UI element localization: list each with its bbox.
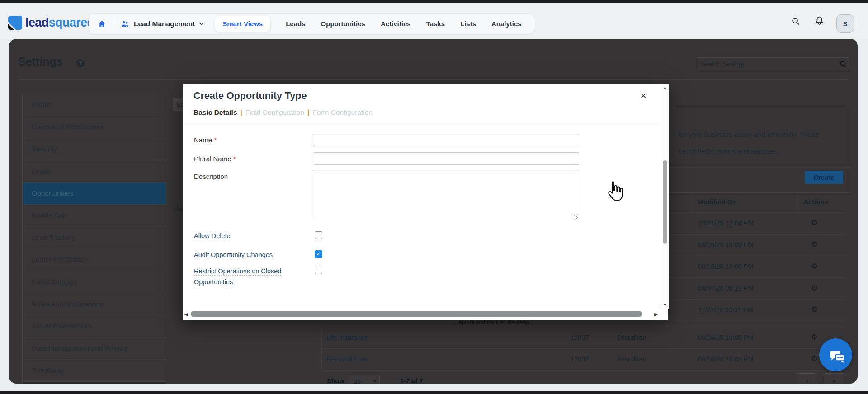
tab-form-configuration[interactable]: Form Configuration (312, 108, 373, 116)
checkbox-restrict-operations-on-closed-opportunities[interactable] (315, 267, 322, 274)
pagination-range: 1-7 of 7 (400, 377, 423, 384)
close-icon[interactable]: ✕ (640, 91, 646, 101)
checkbox-row-audit-opportunity-changes: Audit Opportunity Changes✓ (194, 249, 393, 260)
chat-widget-button[interactable] (819, 338, 852, 371)
home-button[interactable] (97, 19, 107, 28)
leadsquared-logo-text: leadsquared (25, 16, 94, 30)
logo-fold-black (8, 24, 14, 30)
gear-icon[interactable]: ⚙ (811, 218, 818, 228)
workspace-label: Lead Management (134, 20, 195, 28)
column-header-modified-on: Modified On (698, 198, 737, 206)
page-size-select[interactable]: 25 ▾ (349, 375, 380, 384)
chevron-down-icon (199, 22, 204, 26)
nav-item-lists[interactable]: Lists (460, 20, 476, 28)
sidebar-item-data-management-and-privacy[interactable]: Data Management and Privacy (23, 338, 166, 360)
scroll-left-icon[interactable]: ◀ (184, 312, 188, 317)
type-id: 12007 (571, 334, 589, 341)
nav-item-smart-views[interactable]: Smart Views (215, 16, 270, 32)
gear-icon[interactable]: ⚙ (811, 283, 818, 293)
scroll-down-icon[interactable]: ▼ (663, 303, 667, 307)
nav-item-analytics[interactable]: Analytics (491, 20, 522, 28)
sidebar-item-mobile-app[interactable]: Mobile App (23, 205, 166, 227)
modified-on-value: 09/16/25 10:05 PM (698, 241, 754, 249)
scroll-up-icon[interactable]: ▲ (663, 85, 667, 90)
help-icon[interactable]: ? (76, 59, 85, 67)
page: leadsquared Lead Management Smart ViewsL… (0, 0, 868, 394)
user-avatar[interactable]: S (836, 14, 854, 33)
modal-vertical-scrollbar[interactable]: ▲ ▼ (661, 84, 669, 309)
modified-on-value: 04/07/26 06:19 PM (698, 285, 754, 292)
table-row-life-insurance: Life Insurance12007Srisudhan09/16/25 10:… (322, 327, 845, 349)
opportunity-type-link[interactable]: Personal Loan (326, 356, 369, 363)
opportunity-type-link[interactable]: Life Insurance (326, 334, 368, 341)
create-opportunity-type-modal: Create Opportunity Type ✕ Basic Details|… (183, 84, 668, 320)
sidebar-item-partial (23, 382, 166, 384)
pagination-prev-button[interactable]: ◄ (796, 373, 817, 384)
home-icon (97, 19, 107, 28)
sidebar-item-profile[interactable]: Profile (23, 94, 166, 116)
sidebar-item-security[interactable]: Security (23, 138, 166, 160)
type-id: 12002 (571, 356, 589, 363)
modified-on-value: 09/16/25 10:05 PM (698, 334, 754, 341)
window-bottom-strip (0, 391, 868, 394)
sidebar-item-lead-tracking[interactable]: Lead Tracking (23, 227, 166, 249)
horizontal-scroll-thumb[interactable] (191, 311, 642, 317)
sidebar-item-opportunities[interactable]: Opportunities (23, 183, 166, 205)
sidebar-item-telephony[interactable]: Telephony (23, 360, 166, 382)
gear-icon[interactable]: ⚙ (811, 240, 818, 249)
name-label: Name * (194, 136, 217, 144)
plural-name-input[interactable] (313, 152, 579, 165)
create-button[interactable]: Create (805, 171, 843, 184)
tab-separator: | (237, 108, 245, 116)
nav-item-activities[interactable]: Activities (381, 20, 411, 28)
name-input[interactable] (313, 134, 579, 146)
vertical-scroll-thumb[interactable] (663, 160, 667, 244)
tab-field-configuration[interactable]: Field Configuration (245, 108, 304, 116)
gear-icon[interactable]: ⚙ (811, 333, 818, 342)
column-divider (692, 192, 692, 212)
tab-basic-details[interactable]: Basic Details (193, 108, 237, 116)
settings-search-icon[interactable] (840, 61, 846, 67)
global-search-button[interactable] (791, 17, 800, 28)
sidebar-item-leads[interactable]: Leads (23, 160, 166, 183)
checkbox-label[interactable]: Allow Delete (194, 230, 231, 241)
sidebar-item-api-and-webhooks[interactable]: API and Webhooks (23, 315, 166, 338)
occluded-row-text: ...apture and track all the sales... (395, 319, 594, 325)
occluded-view-fragment: Vie (173, 205, 183, 213)
sidebar-item-lead-prioritization[interactable]: Lead Prioritization (23, 249, 166, 271)
resize-handle[interactable] (573, 215, 578, 219)
leadsquared-logo-icon (8, 16, 22, 30)
pagination-next-button[interactable]: ► (824, 373, 845, 384)
scroll-right-icon[interactable]: ▶ (654, 312, 658, 317)
column-header-actions: Actions (803, 198, 828, 206)
sidebar-item-users-and-permissions[interactable]: Users and Permissions (23, 116, 166, 138)
gear-icon[interactable]: ⚙ (811, 262, 818, 271)
gear-icon[interactable]: ⚙ (811, 354, 818, 364)
modal-tabs: Basic Details|Field Configuration|Form C… (193, 108, 373, 117)
settings-search-input[interactable] (697, 61, 840, 68)
leadsquared-logo[interactable]: leadsquared (8, 16, 94, 30)
modal-horizontal-scrollbar[interactable]: ◀ ▶ (183, 309, 668, 320)
checkbox-label[interactable]: Restrict Operations on Closed Opportunit… (194, 266, 290, 287)
top-navigation-bar: leadsquared Lead Management Smart ViewsL… (0, 3, 868, 39)
search-icon (791, 17, 800, 26)
gear-icon[interactable]: ⚙ (811, 305, 818, 314)
checkbox-audit-opportunity-changes[interactable]: ✓ (315, 250, 322, 258)
description-textarea[interactable] (313, 170, 579, 220)
checkbox-label[interactable]: Audit Opportunity Changes (194, 249, 273, 260)
workspace-switcher[interactable]: Lead Management (120, 20, 204, 28)
nav-item-tasks[interactable]: Tasks (426, 20, 445, 28)
modified-on-value: 11/27/25 03:31 PM (698, 306, 753, 314)
checkbox-allow-delete[interactable] (315, 231, 322, 239)
nav-item-opportunities[interactable]: Opportunities (321, 20, 365, 28)
sidebar-item-email-settings[interactable]: Email Settings (23, 271, 166, 293)
people-icon (120, 20, 130, 28)
nav-item-leads[interactable]: Leads (286, 20, 305, 28)
notifications-button[interactable] (814, 15, 825, 28)
tab-separator: | (304, 108, 312, 116)
description-field-wrap (313, 170, 579, 220)
sidebar-item-rules-and-notifications[interactable]: Rules and Notifications (23, 293, 166, 315)
header-divider (18, 79, 849, 80)
modified-on-value: 10/21/25 12:04 PM (698, 220, 754, 227)
caret-down-icon: ▾ (373, 378, 376, 384)
